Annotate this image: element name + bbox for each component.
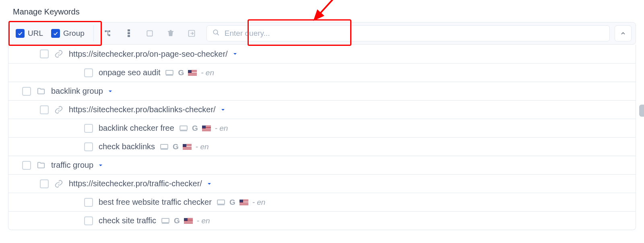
- url-text: https://sitechecker.pro/traffic-checker/: [69, 179, 202, 188]
- row-checkbox[interactable]: [22, 161, 31, 170]
- svg-rect-1: [105, 31, 106, 32]
- google-icon: G: [178, 68, 184, 77]
- google-icon: G: [192, 124, 198, 133]
- keyword-row[interactable]: onpage seo audit G - en: [8, 63, 636, 82]
- keyword-text: check site traffic: [99, 216, 156, 225]
- country-flag-us: [188, 70, 197, 76]
- checkbox-checked-icon: [51, 29, 60, 38]
- collapse-toggle[interactable]: [615, 25, 632, 41]
- row-checkbox[interactable]: [84, 198, 93, 207]
- folder-icon: [37, 161, 45, 170]
- svg-rect-7: [147, 31, 152, 36]
- filter-group-toggle[interactable]: Group: [51, 29, 85, 38]
- keyword-text: best free website traffic checker: [99, 198, 212, 207]
- caret-down-icon[interactable]: [233, 51, 237, 56]
- group-text: traffic group: [51, 161, 93, 170]
- more-vertical-icon[interactable]: [124, 29, 133, 38]
- caret-down-icon[interactable]: [207, 181, 212, 186]
- google-icon: G: [173, 142, 179, 151]
- row-checkbox[interactable]: [40, 179, 49, 188]
- google-icon: G: [229, 198, 235, 207]
- row-checkbox[interactable]: [84, 142, 93, 151]
- toolbar: URL Group: [8, 22, 636, 45]
- keyword-meta: G - en: [217, 198, 266, 207]
- export-icon[interactable]: [187, 29, 196, 38]
- group-row[interactable]: traffic group: [8, 156, 636, 174]
- filter-url-label: URL: [28, 29, 43, 38]
- keyword-tree: https://sitechecker.pro/on-page-seo-chec…: [8, 45, 636, 230]
- language-tag: - en: [252, 198, 266, 207]
- svg-rect-8: [168, 31, 173, 32]
- svg-rect-15: [180, 126, 187, 130]
- chevron-up-icon: [620, 30, 626, 37]
- keyword-meta: G - en: [179, 124, 228, 133]
- row-checkbox[interactable]: [84, 216, 93, 225]
- svg-rect-4: [128, 29, 130, 31]
- row-checkbox[interactable]: [84, 124, 93, 133]
- tree-icon[interactable]: [103, 29, 112, 38]
- url-row[interactable]: https://sitechecker.pro/traffic-checker/: [8, 174, 636, 193]
- group-row[interactable]: backlink group: [8, 82, 636, 100]
- keyword-row[interactable]: check site traffic G - en: [8, 211, 636, 230]
- link-icon: [54, 49, 63, 58]
- row-checkbox[interactable]: [40, 49, 49, 58]
- svg-rect-5: [128, 32, 130, 34]
- country-flag-us: [184, 218, 193, 224]
- caret-down-icon[interactable]: [221, 107, 225, 112]
- keyword-text: onpage seo audit: [99, 68, 160, 77]
- country-flag-us: [202, 126, 211, 131]
- filter-toggles: URL Group: [8, 29, 85, 38]
- search-input[interactable]: [224, 29, 604, 38]
- trash-icon[interactable]: [166, 29, 175, 38]
- url-text: https://sitechecker.pro/on-page-seo-chec…: [69, 49, 228, 59]
- keyword-meta: G - en: [165, 68, 214, 77]
- language-tag: - en: [201, 68, 214, 77]
- language-tag: - en: [197, 216, 210, 225]
- svg-rect-6: [128, 35, 130, 37]
- svg-rect-13: [166, 70, 173, 74]
- language-tag: - en: [196, 142, 209, 151]
- desktop-icon: [160, 144, 169, 150]
- row-checkbox[interactable]: [84, 68, 93, 77]
- scrollbar-thumb[interactable]: [639, 105, 644, 117]
- link-icon: [54, 179, 63, 188]
- search-field[interactable]: [206, 25, 610, 41]
- filter-group-label: Group: [63, 29, 85, 38]
- url-text: https://sitechecker.pro/backlinks-checke…: [69, 105, 216, 114]
- row-checkbox[interactable]: [40, 105, 49, 114]
- keyword-meta: G - en: [160, 142, 209, 151]
- svg-point-11: [213, 30, 218, 34]
- checkbox-checked-icon: [16, 29, 25, 38]
- toolbar-actions: [94, 29, 206, 38]
- svg-rect-21: [162, 218, 169, 222]
- svg-rect-2: [108, 31, 110, 32]
- caret-down-icon[interactable]: [108, 89, 113, 94]
- svg-line-12: [217, 33, 219, 35]
- svg-rect-9: [170, 30, 172, 31]
- keyword-row[interactable]: check backlinks G - en: [8, 137, 636, 156]
- url-row[interactable]: https://sitechecker.pro/backlinks-checke…: [8, 100, 636, 119]
- svg-rect-19: [217, 200, 225, 204]
- link-icon: [54, 105, 63, 114]
- keyword-text: backlink checker free: [99, 124, 174, 133]
- keyword-row[interactable]: best free website traffic checker G - en: [8, 193, 636, 211]
- svg-rect-17: [161, 144, 168, 148]
- keyword-text: check backlinks: [99, 142, 155, 151]
- folder-icon: [37, 87, 45, 96]
- keyword-row[interactable]: backlink checker free G - en: [8, 119, 636, 137]
- group-text: backlink group: [51, 86, 103, 96]
- country-flag-us: [183, 144, 192, 150]
- url-row[interactable]: https://sitechecker.pro/on-page-seo-chec…: [8, 45, 636, 63]
- caret-down-icon[interactable]: [98, 163, 103, 168]
- filter-url-toggle[interactable]: URL: [16, 29, 43, 38]
- language-tag: - en: [215, 124, 228, 133]
- page-title: Manage Keywords: [0, 0, 644, 22]
- search-icon: [213, 29, 220, 38]
- google-icon: G: [174, 216, 180, 225]
- row-checkbox[interactable]: [22, 87, 31, 96]
- desktop-icon: [165, 70, 174, 76]
- select-all-icon[interactable]: [145, 29, 154, 38]
- keyword-meta: G - en: [161, 216, 210, 225]
- desktop-icon: [161, 218, 170, 224]
- desktop-icon: [179, 125, 188, 132]
